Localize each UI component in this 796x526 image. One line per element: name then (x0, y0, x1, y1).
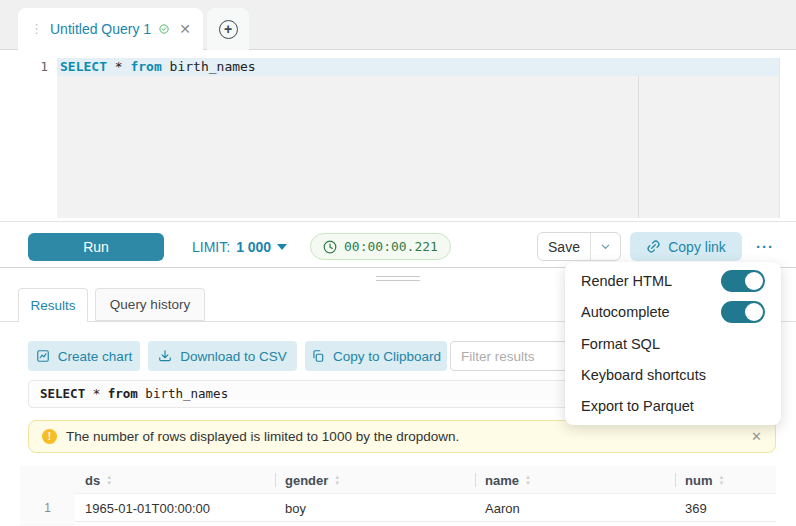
caret-down-icon (277, 244, 287, 250)
sql-keyword: from (130, 59, 161, 74)
sql-table-name: birth_names (138, 386, 228, 401)
sql-text: * (107, 59, 130, 74)
cell-name: Aaron (475, 494, 675, 522)
print-margin-line (638, 76, 639, 218)
tab-untitled-query[interactable]: ⋮ Untitled Query 1 ✕ (18, 8, 203, 50)
save-button[interactable]: Save (538, 233, 590, 260)
download-csv-button[interactable]: Download to CSV (148, 341, 297, 371)
sort-icon[interactable]: ▲▼ (334, 475, 340, 486)
cell-gender: boy (275, 494, 475, 522)
close-tab-icon[interactable]: ✕ (179, 21, 191, 37)
sql-table-name: birth_names (162, 59, 256, 74)
limit-label: LIMIT: (192, 239, 230, 255)
column-header-gender[interactable]: gender ▲▼ (275, 466, 475, 494)
copy-link-button[interactable]: Copy link (630, 232, 742, 261)
table-row[interactable]: 1 1965-01-01T00:00:00 boy Aaron 369 (20, 494, 776, 522)
sort-icon[interactable]: ▲▼ (525, 475, 531, 486)
toggle-on[interactable] (721, 270, 765, 292)
alert-text: The number of rows displayed is limited … (66, 429, 742, 444)
table-header: ds ▲▼ gender ▲▼ name ▲▼ num ▲▼ (20, 466, 776, 494)
menu-item-format-sql[interactable]: Format SQL (565, 328, 781, 359)
tab-results[interactable]: Results (18, 288, 88, 322)
clipboard-icon (311, 349, 325, 363)
column-separator (475, 473, 476, 487)
check-circle-icon (159, 21, 169, 37)
chart-icon (36, 349, 50, 363)
sql-keyword: from (108, 386, 138, 401)
column-header-ds[interactable]: ds ▲▼ (75, 466, 275, 494)
tab-query-history[interactable]: Query history (95, 288, 205, 321)
sort-icon[interactable]: ▲▼ (718, 475, 724, 486)
pane-resize-handle[interactable] (376, 276, 420, 284)
cell-ds: 1965-01-01T00:00:00 (75, 494, 275, 522)
editor-right-border (779, 58, 780, 218)
chevron-down-icon (600, 241, 611, 252)
query-timer: 00:00:00.221 (310, 233, 451, 260)
create-chart-label: Create chart (58, 349, 132, 364)
new-tab-button[interactable]: + (207, 8, 249, 50)
download-icon (158, 349, 172, 363)
column-separator (675, 473, 676, 487)
editor-body[interactable] (57, 76, 779, 218)
cell-num: 369 (675, 494, 776, 522)
download-csv-label: Download to CSV (180, 349, 287, 364)
menu-item-export-parquet[interactable]: Export to Parquet (565, 391, 781, 422)
sql-keyword: SELECT (60, 59, 107, 74)
clock-icon (323, 240, 337, 254)
tab-title: Untitled Query 1 (50, 21, 151, 37)
create-chart-button[interactable]: Create chart (28, 341, 140, 371)
column-header-num[interactable]: num ▲▼ (675, 466, 776, 494)
more-options-button[interactable]: ··· (745, 232, 785, 261)
link-icon (643, 236, 664, 257)
save-split-button: Save (537, 232, 621, 261)
timer-value: 00:00:00.221 (344, 239, 438, 254)
row-number-header (20, 466, 75, 494)
row-number-cell: 1 (20, 494, 75, 522)
copy-clipboard-label: Copy to Clipboard (333, 349, 441, 364)
column-header-name[interactable]: name ▲▼ (475, 466, 675, 494)
warning-icon: ! (42, 429, 57, 444)
limit-dropdown[interactable]: LIMIT: 1 000 (192, 233, 287, 261)
menu-item-autocomplete[interactable]: Autocomplete (565, 296, 781, 327)
editor-bottom-border (0, 221, 796, 222)
query-tab-bar: ⋮ Untitled Query 1 ✕ + (0, 0, 796, 50)
menu-item-render-html[interactable]: Render HTML (565, 265, 781, 296)
sql-keyword: SELECT (40, 386, 85, 401)
drag-handle-icon[interactable]: ⋮ (30, 24, 42, 34)
menu-item-keyboard-shortcuts[interactable]: Keyboard shortcuts (565, 359, 781, 390)
toggle-on[interactable] (721, 301, 765, 323)
run-button[interactable]: Run (28, 233, 164, 261)
alert-close-icon[interactable]: ✕ (751, 429, 762, 444)
sql-editor[interactable]: 1 SELECT * from birth_names (0, 50, 796, 222)
save-options-button[interactable] (591, 233, 620, 260)
copy-link-label: Copy link (668, 239, 726, 255)
column-separator (275, 473, 276, 487)
sort-icon[interactable]: ▲▼ (106, 475, 112, 486)
limit-value: 1 000 (236, 239, 271, 255)
options-dropdown-menu: Render HTML Autocomplete Format SQL Keyb… (565, 262, 781, 425)
line-number: 1 (0, 58, 48, 76)
code-line[interactable]: SELECT * from birth_names (60, 58, 256, 76)
copy-clipboard-button[interactable]: Copy to Clipboard (305, 341, 447, 371)
sql-lab-app: ⋮ Untitled Query 1 ✕ + 1 SELECT * from b… (0, 0, 796, 526)
plus-circle-icon: + (219, 20, 238, 39)
